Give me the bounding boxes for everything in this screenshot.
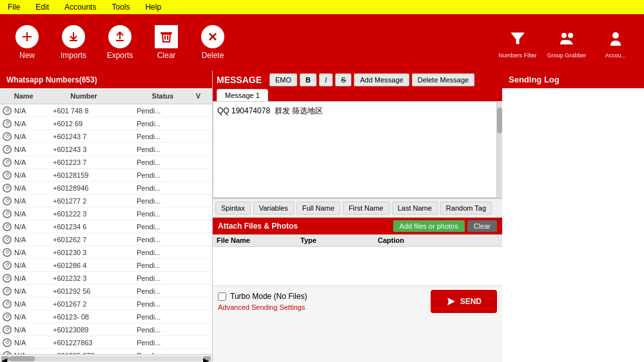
message-tabs: Message 1	[213, 89, 502, 101]
table-row[interactable]: ⏱ N/A +601225 670 Pendi...	[0, 349, 212, 354]
row-status: Pendi...	[134, 158, 166, 167]
row-clock-icon: ⏱	[0, 311, 12, 322]
menu-edit[interactable]: Edit	[33, 1, 52, 13]
table-row[interactable]: ⏱ N/A +601230 3 Pendi...	[0, 246, 212, 259]
row-number: +6012 69	[50, 119, 134, 128]
italic-button[interactable]: I	[319, 73, 333, 86]
table-row[interactable]: ⏱ N/A +601262 7 Pendi...	[0, 233, 212, 246]
bold-button[interactable]: B	[300, 73, 317, 86]
th-icon	[0, 91, 12, 101]
table-row[interactable]: ⏱ N/A +601292 56 Pendi...	[0, 285, 212, 298]
turbo-checkbox[interactable]	[218, 292, 226, 301]
row-number: +60123- 08	[50, 312, 134, 321]
th-v: V	[193, 91, 212, 101]
row-number: +601267 2	[50, 300, 134, 309]
table-row[interactable]: ⏱ N/A +601267 2 Pendi...	[0, 298, 212, 310]
table-row[interactable]: ⏱ N/A +6012 69 Pendi...	[0, 117, 212, 130]
row-status: Pendi...	[134, 235, 166, 244]
clear-files-button[interactable]: Clear	[467, 220, 497, 232]
strike-button[interactable]: S	[335, 73, 351, 86]
row-name: N/A	[12, 287, 50, 296]
contacts-table-body[interactable]: ⏱ N/A +601 748 8 Pendi... ⏱ N/A +6012 69…	[0, 104, 212, 354]
scroll-right-arrow[interactable]: ▶	[203, 356, 211, 361]
attach-title: Attach Files & Photos	[218, 222, 298, 231]
row-clock-icon: ⏱	[0, 169, 12, 180]
log-header: Sending Log	[502, 71, 644, 88]
row-name: N/A	[12, 325, 50, 334]
delete-button[interactable]: Delete	[191, 19, 235, 66]
accounts-button[interactable]: Accou...	[592, 19, 639, 66]
row-clock-icon: ⏱	[0, 234, 12, 245]
message-toolbar: MESSAGE EMO B I S Add Message Delete Mes…	[213, 71, 502, 89]
svg-rect-6	[167, 35, 168, 40]
right-panel: MESSAGE EMO B I S Add Message Delete Mes…	[213, 71, 502, 362]
send-button[interactable]: SEND	[431, 290, 497, 313]
exports-button[interactable]: Exports	[98, 19, 142, 66]
menu-file[interactable]: File	[5, 1, 23, 13]
table-row[interactable]: ⏱ N/A +601223 7 Pendi...	[0, 156, 212, 169]
row-clock-icon: ⏱	[0, 298, 12, 309]
row-status: Pendi...	[134, 184, 166, 193]
horizontal-scrollbar[interactable]: ◀ ▶	[0, 354, 212, 362]
table-row[interactable]: ⏱ N/A +601277 2 Pendi...	[0, 195, 212, 207]
message-textarea[interactable]	[213, 101, 497, 198]
row-number: +601243 7	[50, 132, 134, 141]
table-row[interactable]: ⏱ N/A +601 748 8 Pendi...	[0, 104, 212, 117]
message-scrollbar[interactable]	[497, 101, 502, 198]
first-name-button[interactable]: First Name	[343, 202, 389, 214]
table-row[interactable]: ⏱ N/A +601222 3 Pendi...	[0, 207, 212, 220]
left-panel: Whatsapp Numbers(653) Name Number Status…	[0, 71, 213, 362]
menu-help[interactable]: Help	[142, 1, 164, 13]
turbo-area: Turbo Mode (No Files) Advanced Sending S…	[218, 292, 307, 311]
row-number: +601234 6	[50, 222, 134, 231]
row-number: +601222 3	[50, 209, 134, 218]
row-number: +601262 7	[50, 235, 134, 244]
table-row[interactable]: ⏱ N/A +601227863 Pendi...	[0, 336, 212, 349]
delete-message-button[interactable]: Delete Message	[412, 73, 475, 86]
clear-button[interactable]: Clear	[144, 19, 188, 66]
table-row[interactable]: ⏱ N/A +60123- 08 Pendi...	[0, 310, 212, 323]
full-name-button[interactable]: Full Name	[297, 202, 340, 214]
th-number: Number	[68, 91, 149, 101]
imports-button[interactable]: Imports	[52, 19, 95, 66]
table-header: Name Number Status V	[0, 88, 212, 104]
attach-rows	[213, 247, 502, 285]
row-number: +601277 2	[50, 196, 134, 205]
message-tab-1[interactable]: Message 1	[217, 89, 268, 101]
row-clock-icon: ⏱	[0, 131, 12, 142]
row-name: N/A	[12, 235, 50, 244]
random-tag-button[interactable]: Random Tag	[440, 202, 492, 214]
table-row[interactable]: ⏱ N/A +60128946 Pendi...	[0, 182, 212, 195]
scrollbar-track[interactable]	[9, 356, 203, 361]
table-row[interactable]: ⏱ N/A +601243 7 Pendi...	[0, 130, 212, 143]
table-row[interactable]: ⏱ N/A +601243 3 Pendi...	[0, 143, 212, 156]
add-files-button[interactable]: Add files or photos	[393, 220, 465, 232]
numbers-filter-button[interactable]: Numbers Filter	[494, 19, 541, 66]
table-row[interactable]: ⏱ N/A +60128159 Pendi...	[0, 169, 212, 182]
svg-rect-5	[164, 35, 166, 40]
row-status: Pendi...	[134, 196, 166, 205]
svg-point-10	[561, 33, 567, 38]
advanced-settings-link[interactable]: Advanced Sending Settings	[218, 303, 307, 311]
row-number: +601243 3	[50, 145, 134, 154]
svg-rect-3	[116, 40, 124, 41]
group-grabber-button[interactable]: Group Grabber	[543, 19, 590, 66]
row-clock-icon: ⏱	[0, 247, 12, 258]
emo-button[interactable]: EMO	[269, 73, 297, 86]
add-message-button[interactable]: Add Message	[354, 73, 409, 86]
menu-tools[interactable]: Tools	[109, 1, 132, 13]
last-name-button[interactable]: Last Name	[392, 202, 438, 214]
scroll-left-arrow[interactable]: ◀	[1, 356, 9, 361]
message-scrollbar-thumb[interactable]	[497, 108, 502, 133]
table-row[interactable]: ⏱ N/A +601234 6 Pendi...	[0, 220, 212, 233]
new-button[interactable]: New	[5, 19, 49, 66]
row-clock-icon: ⏱	[0, 221, 12, 232]
menu-accounts[interactable]: Accounts	[62, 1, 99, 13]
row-name: N/A	[12, 274, 50, 283]
table-row[interactable]: ⏱ N/A +601232 3 Pendi...	[0, 272, 212, 285]
scrollbar-thumb[interactable]	[9, 356, 35, 361]
table-row[interactable]: ⏱ N/A +601286 4 Pendi...	[0, 259, 212, 272]
table-row[interactable]: ⏱ N/A +60123089 Pendi...	[0, 323, 212, 336]
variables-button[interactable]: Variables	[253, 202, 294, 214]
spintax-button[interactable]: Spintax	[215, 202, 251, 214]
